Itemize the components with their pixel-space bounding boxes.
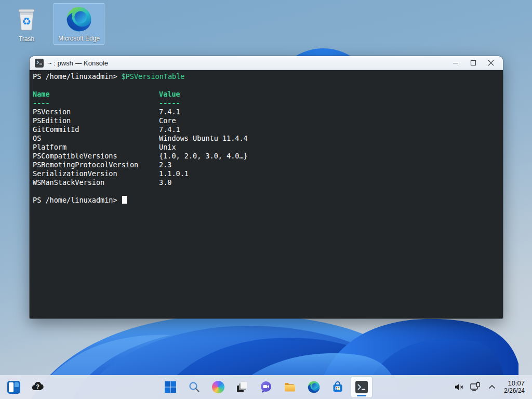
clock-time: 10:07	[504, 379, 525, 387]
task-view-button[interactable]	[232, 377, 252, 397]
clock-date: 2/26/24	[504, 387, 525, 395]
terminal-table-row: SerializationVersion1.1.0.1	[33, 169, 500, 178]
close-button[interactable]	[482, 56, 500, 70]
desktop: ♻ Trash	[0, 0, 532, 399]
svg-text:♻: ♻	[22, 15, 31, 28]
edge-icon	[65, 6, 92, 33]
weather-unknown-icon[interactable]: ?	[31, 380, 45, 394]
terminal-button[interactable]	[351, 377, 372, 397]
terminal-table-row: PlatformUnix	[33, 143, 500, 152]
svg-text:?: ?	[36, 383, 39, 390]
taskbar-left: ?	[7, 375, 45, 399]
terminal-table-row: PSEditionCore	[33, 116, 500, 125]
clock[interactable]: 10:07 2/26/24	[502, 379, 528, 395]
konsole-app-icon	[35, 59, 44, 68]
terminal-output[interactable]: PS /home/linuxadmin>$PSVersionTableNameV…	[30, 70, 503, 318]
desktop-icon-edge[interactable]: Microsoft Edge	[54, 3, 104, 45]
terminal-table-header: NameValue	[33, 90, 500, 99]
window-title: ~ : pwsh — Konsole	[48, 59, 108, 67]
terminal-prompt-line: PS /home/linuxadmin>	[33, 196, 500, 205]
konsole-window: ~ : pwsh — Konsole PS /home/linuxadmin>$…	[30, 56, 503, 318]
maximize-button[interactable]	[464, 56, 482, 70]
terminal-cursor	[122, 196, 127, 204]
terminal-table-row: PSCompatibleVersions{1.0, 2.0, 3.0, 4.0……	[33, 152, 500, 161]
store-button[interactable]	[327, 377, 348, 397]
network-icon[interactable]	[469, 377, 482, 397]
terminal-table-row: WSManStackVersion3.0	[33, 178, 500, 187]
terminal-command-line: PS /home/linuxadmin>$PSVersionTable	[33, 72, 500, 81]
start-button[interactable]	[160, 377, 181, 397]
desktop-icon-label: Microsoft Edge	[58, 35, 100, 44]
chat-button[interactable]	[256, 377, 276, 397]
taskbar: ?	[0, 375, 532, 399]
terminal-line	[33, 187, 500, 196]
volume-muted-icon[interactable]	[452, 377, 466, 397]
terminal-line	[33, 81, 500, 90]
terminal-table-row: GitCommitId7.4.1	[33, 125, 500, 134]
minimize-button[interactable]	[447, 56, 464, 70]
file-explorer-button[interactable]	[280, 377, 300, 397]
active-app-indicator	[357, 395, 366, 396]
widgets-pager-icon[interactable]	[7, 381, 20, 394]
system-tray: 10:07 2/26/24	[452, 375, 528, 399]
search-button[interactable]	[184, 377, 205, 397]
desktop-icon-label: Trash	[19, 35, 34, 45]
chevron-up-icon[interactable]	[485, 377, 499, 397]
desktop-icon-trash[interactable]: ♻ Trash	[1, 4, 52, 45]
trash-icon: ♻	[13, 6, 40, 33]
terminal-table-underline: ---------	[33, 99, 500, 108]
terminal-table-row: PSRemotingProtocolVersion2.3	[33, 161, 500, 169]
window-titlebar[interactable]: ~ : pwsh — Konsole	[30, 56, 503, 70]
taskbar-center	[160, 375, 372, 399]
copilot-button[interactable]	[208, 377, 229, 397]
copilot-icon	[212, 381, 224, 393]
terminal-table-row: PSVersion7.4.1	[33, 108, 500, 116]
edge-button[interactable]	[303, 377, 324, 397]
terminal-table-row: OSWindows Ubuntu 11.4.4	[33, 134, 500, 143]
